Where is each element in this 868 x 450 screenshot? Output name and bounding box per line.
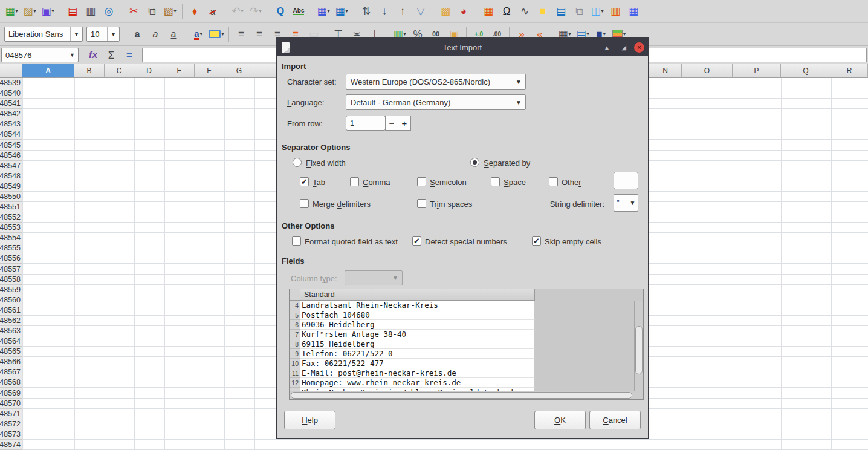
from-row-increase-button[interactable]: + xyxy=(398,116,411,131)
trim-spaces-label[interactable]: Trim spaces xyxy=(430,200,472,209)
row-header-48563[interactable]: 48563 xyxy=(0,326,22,336)
row-header-48552[interactable]: 48552 xyxy=(0,212,22,223)
column-header-G[interactable]: G xyxy=(224,64,254,78)
other-checkbox[interactable] xyxy=(549,177,558,186)
formula-icon[interactable]: = xyxy=(121,47,137,64)
chevron-down-icon[interactable]: ▼ xyxy=(627,195,638,211)
row-header-48557[interactable]: 48557 xyxy=(0,264,22,274)
freeze-panes-icon[interactable]: ◫▾ xyxy=(589,3,605,19)
from-row-input[interactable]: 1 xyxy=(346,116,386,131)
row-header-48546[interactable]: 48546 xyxy=(0,151,22,161)
format-quoted-checkbox[interactable] xyxy=(292,236,301,246)
align-center-icon[interactable]: ≡ xyxy=(251,26,267,42)
shade-icon[interactable]: ▲ xyxy=(600,42,614,53)
font-color-icon[interactable]: a▾ xyxy=(190,26,206,42)
cut-icon[interactable]: ✂ xyxy=(126,3,141,19)
row-header-48562[interactable]: 48562 xyxy=(0,316,22,326)
row-header-48561[interactable]: 48561 xyxy=(0,305,22,316)
headers-footers-icon[interactable]: ▤ xyxy=(553,3,569,19)
dropdown-arrow[interactable]: ▾ xyxy=(16,8,18,14)
dropdown-arrow[interactable]: ▾ xyxy=(587,31,589,37)
character-set-dropdown[interactable]: Western Europe (DOS/OS2-865/Nordic) ▼ xyxy=(346,74,526,90)
row-header-48571[interactable]: 48571 xyxy=(0,409,22,419)
row-header-48559[interactable]: 48559 xyxy=(0,285,22,295)
format-quoted-label[interactable]: Format quoted field as text xyxy=(305,237,398,246)
column-header-F[interactable]: F xyxy=(195,64,224,78)
name-box[interactable]: 048576 ▼ xyxy=(1,48,79,62)
row-header-48556[interactable]: 48556 xyxy=(0,253,22,264)
preview-column-header[interactable]: Standard xyxy=(300,289,535,301)
dialog-titlebar[interactable]: Text Import ▲ ◢ × xyxy=(277,39,648,56)
split-window-icon[interactable]: ▥ xyxy=(607,3,623,19)
resize-icon[interactable]: ◢ xyxy=(617,42,630,53)
preview-vertical-scrollbar[interactable] xyxy=(634,301,643,391)
row-header-48567[interactable]: 48567 xyxy=(0,367,22,377)
sidebar-icon[interactable]: ▦ xyxy=(626,3,641,19)
comma-label[interactable]: Comma xyxy=(363,178,390,187)
print-area-icon[interactable]: ⧉ xyxy=(571,3,587,19)
space-label[interactable]: Space xyxy=(504,178,526,187)
chevron-down-icon[interactable]: ▼ xyxy=(107,27,119,41)
row-header-48569[interactable]: 48569 xyxy=(0,388,22,398)
string-delimiter-combo[interactable]: " ▼ xyxy=(614,194,638,212)
row-header-48540[interactable]: 48540 xyxy=(0,88,22,99)
separated-by-radio[interactable] xyxy=(470,158,479,167)
skip-empty-cells-checkbox[interactable]: ✓ xyxy=(532,236,541,246)
sum-icon[interactable]: Σ xyxy=(103,47,119,64)
row-header-48574[interactable]: 48574 xyxy=(0,440,22,450)
row-header-48542[interactable]: 48542 xyxy=(0,109,22,119)
row-header-48566[interactable]: 48566 xyxy=(0,357,22,367)
open-folder-icon[interactable]: ▨▾ xyxy=(22,3,37,19)
ok-button[interactable]: OK xyxy=(534,411,586,429)
from-row-decrease-button[interactable]: − xyxy=(385,116,398,131)
dropdown-arrow[interactable]: ▾ xyxy=(34,8,36,14)
paste-icon[interactable]: ▧▾ xyxy=(162,3,178,19)
row-header-48544[interactable]: 48544 xyxy=(0,129,22,140)
dropdown-arrow[interactable]: ▾ xyxy=(404,31,406,37)
dropdown-arrow[interactable]: ▾ xyxy=(328,8,330,14)
merge-delimiters-checkbox[interactable] xyxy=(300,199,309,208)
scrollbar-thumb[interactable] xyxy=(291,392,632,399)
sort-ascending-icon[interactable]: ↓ xyxy=(377,3,392,19)
row-header-48568[interactable]: 48568 xyxy=(0,377,22,388)
column-header-C[interactable]: C xyxy=(105,64,134,78)
other-separator-input[interactable] xyxy=(614,172,638,189)
insert-column-icon[interactable]: ▦▾ xyxy=(334,3,349,19)
row-header-48547[interactable]: 48547 xyxy=(0,161,22,171)
tab-label[interactable]: Tab xyxy=(313,178,325,187)
highlight-icon[interactable]: ▾ xyxy=(209,26,224,42)
print-preview-icon[interactable]: ◎ xyxy=(101,3,117,19)
row-header-48541[interactable]: 48541 xyxy=(0,99,22,109)
close-icon[interactable]: × xyxy=(634,42,644,53)
space-checkbox[interactable] xyxy=(491,177,500,186)
bold-icon[interactable]: a xyxy=(129,26,145,42)
row-header-48570[interactable]: 48570 xyxy=(0,399,22,409)
comma-checkbox[interactable] xyxy=(350,177,359,186)
column-header-Q[interactable]: Q xyxy=(781,64,831,78)
dropdown-arrow[interactable]: ▾ xyxy=(569,31,571,37)
autofilter-icon[interactable]: ▽ xyxy=(413,3,429,19)
insert-comment-icon[interactable]: ■ xyxy=(535,3,551,19)
merge-delimiters-label[interactable]: Merge delimiters xyxy=(313,200,371,209)
help-button[interactable]: Help xyxy=(284,411,335,429)
fixed-width-label[interactable]: Fixed width xyxy=(306,158,346,168)
other-label[interactable]: Other xyxy=(562,178,581,187)
insert-row-icon[interactable]: ▦▾ xyxy=(316,3,331,19)
row-header-48558[interactable]: 48558 xyxy=(0,275,22,285)
row-header-48550[interactable]: 48550 xyxy=(0,192,22,202)
print-icon[interactable]: ▥ xyxy=(83,3,99,19)
column-header-B[interactable]: B xyxy=(74,64,105,78)
special-character-icon[interactable]: Ω xyxy=(499,3,514,19)
semicolon-checkbox[interactable] xyxy=(417,177,426,186)
cancel-button[interactable]: Cancel xyxy=(589,411,641,429)
column-header-R[interactable]: R xyxy=(831,64,868,78)
row-header-48560[interactable]: 48560 xyxy=(0,295,22,305)
preview-horizontal-scrollbar[interactable] xyxy=(290,391,643,399)
align-left-icon[interactable]: ≡ xyxy=(233,26,249,42)
row-header-48565[interactable]: 48565 xyxy=(0,347,22,357)
dropdown-arrow[interactable]: ▾ xyxy=(601,8,604,14)
find-replace-icon[interactable]: Q xyxy=(273,3,288,19)
row-header-48545[interactable]: 48545 xyxy=(0,140,22,150)
underline-icon[interactable]: a xyxy=(166,26,181,42)
detect-special-numbers-checkbox[interactable]: ✓ xyxy=(412,236,421,246)
